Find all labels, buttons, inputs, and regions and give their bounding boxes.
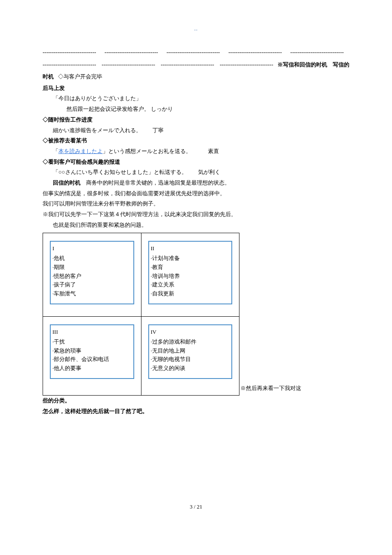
jp-text: 細かい進捗報告をメールで入れる。 丁寧 [43,125,349,136]
subhead: ◇被推荐去看某书 [43,136,349,146]
time-management-matrix: I ·危机 ·期限 ·愤怒的客户 ·孩子病了 ·车胎泄气 II ·计划与准备 ·… [43,233,239,396]
quadrant-item: ·建立关系 [151,280,229,289]
jp-text: 「本を読みましたよ」という感想メールとお礼を送る。 素直 [43,146,349,157]
book-link[interactable]: 本を読みましたよ [58,148,103,154]
quadrant-item: ·孩子病了 [52,280,131,289]
page-footer: 3 / 21 [0,502,392,512]
quadrant-roman: IV [151,327,229,338]
quadrant-box: IV ·过多的游戏和邮件 ·无目的地上网 ·无聊的电视节目 ·无意义的闲谈 [148,324,233,379]
text: 怎么样，这样处理的先后就一目了然了吧。 [43,406,349,417]
text: 但事实的情况是，很多时候，我们都会面临需要对进展优先处理的选择中。 [43,188,349,199]
dash-seg: ----------------------------- [161,59,214,71]
reply-heading: 回信的时机 [53,179,81,186]
quadrant-item: ·无聊的电视节目 [151,355,229,364]
text: ◇与客户开会完毕 [58,73,102,80]
dash-paragraph: ----------------------------- ----------… [43,46,349,83]
quadrant-roman: III [52,327,131,338]
quadrant-item: ·过多的游戏和邮件 [151,338,229,347]
dash-seg: ----------------------------- [228,46,282,59]
quadrant-item: ·自我更新 [151,289,229,298]
header-tiny-dashes: -- [0,26,392,34]
dash-seg: ----------------------------- [220,59,274,71]
quadrant-box: II ·计划与准备 ·教育 ·培训与培养 ·建立关系 ·自我更新 [148,241,233,304]
text: 然后跟一起把会议记录发给客户。 しっかり [43,104,349,115]
quadrant-box: I ·危机 ·期限 ·愤怒的客户 ·孩子病了 ·车胎泄气 [50,241,134,304]
quadrant-item: ·计划与准备 [151,254,229,263]
paragraph: 回信的时机 商务中的时间是非常关键的，迅速地回复是最理想的状态。 [43,178,349,188]
quadrant-item: ·无意义的闲谈 [151,364,229,373]
quadrant-item: ·愤怒的客户 [52,272,131,281]
quadrant-box: III ·干扰 ·紧急的琐事 ·部分邮件、会议和电话 ·他人的要事 [50,324,134,379]
dash-seg: ----------------------------- [104,46,158,59]
dash-seg: ----------------------------- [43,46,96,59]
dash-seg: ----------------------------- [167,46,220,59]
quadrant-roman: II [151,243,229,254]
text: ※我们可以先学一下一下这第４代时间管理方法，以此来决定我们回复的先后。 [43,209,349,220]
quadrant-item: ·教育 [151,263,229,272]
text: 「 [53,148,58,154]
text: 商务中的时间是非常关键的，迅速地回复是最理想的状态。 [86,179,230,186]
text: 」という感想メールとお礼を送る。 素直 [103,148,219,154]
quadrant-item: ·干扰 [52,338,131,347]
text: 后马上发 [43,83,349,94]
quadrant-item: ·他人的要事 [52,364,131,373]
quadrant-roman: I [52,243,131,254]
text: 些的分类。 [43,396,349,406]
text: 我们可以用时间管理法来分析平野教师的例子。 [43,199,349,209]
text: 也就是我们所谓的重要和紧急的问题。 [43,220,349,231]
quadrant-item: ·无目的地上网 [151,347,229,356]
subhead: ◇随时报告工作进度 [43,115,349,125]
jp-text: 「今日はありがとうございました」 [43,93,349,104]
quadrant-4: IV ·过多的游戏和邮件 ·无目的地上网 ·无聊的电视节目 ·无意义的闲谈 [141,317,239,396]
dash-seg: ----------------------------- [290,46,344,59]
quadrant-item: ·紧急的琐事 [52,347,131,356]
quadrant-item: ·车胎泄气 [52,289,131,298]
quadrant-2: II ·计划与准备 ·教育 ·培训与培养 ·建立关系 ·自我更新 [141,233,239,317]
quadrant-item: ·培训与培养 [151,272,229,281]
subhead: ◇看到客户可能会感兴趣的报道 [43,157,349,168]
quadrant-item: ·危机 [52,254,131,263]
page-content: ----------------------------- ----------… [43,46,349,416]
jp-text: 「○○さんにいち早くお知らせしました」と転送する。 気が利く [43,167,349,178]
quadrant-item: ·部分邮件、会议和电话 [52,355,131,364]
quadrant-item: ·期限 [52,263,131,272]
quadrant-3: III ·干扰 ·紧急的琐事 ·部分邮件、会议和电话 ·他人的要事 [43,317,141,396]
dash-seg: ----------------------------- [43,59,96,71]
quadrant-1: I ·危机 ·期限 ·愤怒的客户 ·孩子病了 ·车胎泄气 [43,233,141,317]
dash-seg: ----------------------------- [102,59,156,71]
after-quad-note: ※然后再来看一下我对这 [239,383,301,396]
